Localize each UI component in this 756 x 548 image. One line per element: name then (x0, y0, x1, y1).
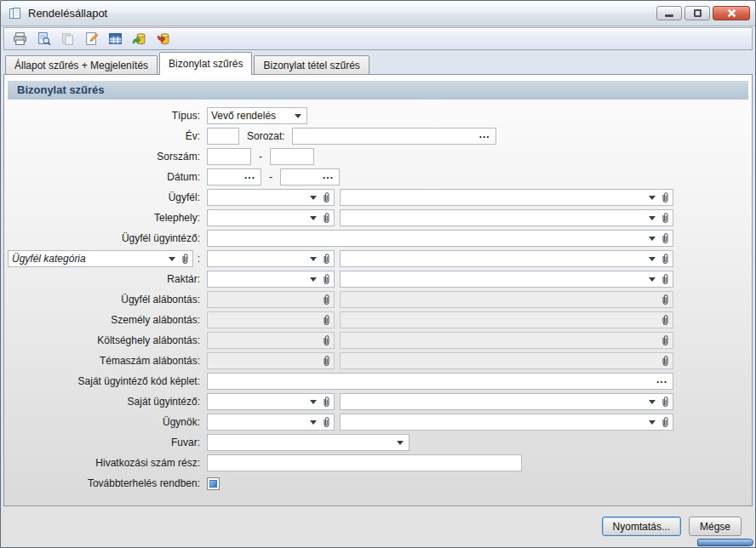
telephely-code-combobox[interactable] (207, 209, 335, 226)
edit-button[interactable] (83, 31, 100, 48)
sajat-ugyintezo-code-combobox[interactable] (207, 393, 335, 410)
chevron-down-icon[interactable] (310, 277, 317, 282)
print-button[interactable] (11, 31, 28, 48)
telephely-name-combobox[interactable] (340, 209, 673, 226)
paperclip-icon[interactable] (323, 213, 330, 224)
date-picker-icon[interactable]: ... (244, 169, 255, 181)
paperclip-icon[interactable] (662, 356, 669, 367)
tab-bizonylat-szures[interactable]: Bizonylat szűrés (159, 52, 252, 75)
tovabbterheles-checkbox[interactable] (207, 477, 220, 490)
chevron-down-icon[interactable] (310, 216, 317, 220)
sorszam-to-input[interactable] (270, 148, 314, 165)
ev-label: Év: (8, 130, 200, 142)
copy-button[interactable] (59, 31, 76, 48)
row-sajat-ugyintezo: Saját ügyintéző: (8, 393, 752, 410)
ugyfel-code-combobox[interactable] (207, 189, 335, 206)
database-refresh-button[interactable] (130, 31, 147, 48)
raktar-name-combobox[interactable] (340, 271, 673, 288)
paperclip-icon[interactable] (662, 294, 669, 305)
kategoria-selector-combobox[interactable]: Ügyfél kategória (8, 250, 193, 267)
kategoria-code-combobox[interactable] (207, 250, 335, 267)
chevron-down-icon[interactable] (310, 400, 317, 404)
fuvar-label: Fuvar: (8, 437, 200, 448)
table-icon (108, 31, 123, 46)
sajat-kod-keplet-input[interactable]: ... (207, 373, 673, 390)
paperclip-icon[interactable] (181, 254, 189, 265)
minimize-icon (665, 14, 673, 17)
maximize-button[interactable] (684, 6, 710, 20)
paperclip-icon[interactable] (662, 315, 669, 326)
titlebar[interactable]: Rendelésállapot (1, 1, 755, 26)
ugyfel-name-combobox[interactable] (340, 189, 673, 206)
hivatkozasi-input[interactable] (207, 454, 522, 471)
raktar-code-combobox[interactable] (207, 271, 335, 288)
ugyfel-label: Ügyfél: (8, 191, 200, 203)
tabstrip: Állapot szűrés + Megjelenítés Bizonylat … (3, 50, 753, 74)
raktar-label: Raktár: (8, 273, 200, 285)
sajat-ugyintezo-name-combobox[interactable] (340, 393, 673, 410)
paperclip-icon[interactable] (662, 417, 669, 428)
row-ugyfel-alabontas: Ügyfél alábontás: (8, 291, 752, 308)
chevron-down-icon[interactable] (649, 420, 656, 425)
paperclip-icon[interactable] (662, 397, 669, 408)
koltseghely-alabontas-label: Költséghely alábontás: (8, 334, 200, 346)
chevron-down-icon[interactable] (310, 420, 317, 425)
database-rollback-icon (156, 31, 170, 46)
paperclip-icon[interactable] (323, 254, 330, 265)
paperclip-icon[interactable] (323, 356, 330, 367)
chevron-down-icon[interactable] (649, 196, 656, 200)
kategoria-selector-value: Ügyfél kategória (12, 253, 86, 265)
paperclip-icon[interactable] (323, 417, 330, 428)
chevron-down-icon[interactable] (397, 441, 404, 445)
print-preview-button[interactable] (35, 31, 52, 48)
resize-grip[interactable] (697, 539, 753, 546)
chevron-down-icon[interactable] (310, 196, 317, 200)
database-rollback-button[interactable] (154, 31, 171, 48)
tab-bizonylat-tetel-szures[interactable]: Bizonylat tétel szűrés (254, 55, 369, 74)
paperclip-icon[interactable] (662, 213, 669, 224)
ev-input[interactable] (207, 128, 239, 145)
chevron-down-icon[interactable] (649, 400, 656, 404)
datum-to-input[interactable]: ... (280, 168, 340, 186)
browse-icon[interactable]: ... (479, 128, 490, 140)
ugyfel-ugyintezo-combobox[interactable] (207, 230, 673, 247)
sorozat-input[interactable]: ... (292, 128, 496, 145)
paperclip-icon[interactable] (323, 192, 330, 203)
tab-label: Állapot szűrés + Megjelenítés (14, 60, 148, 71)
paperclip-icon[interactable] (323, 315, 330, 326)
fuvar-combobox[interactable] (207, 434, 410, 451)
chevron-down-icon[interactable] (649, 237, 656, 241)
minimize-button[interactable] (656, 6, 682, 20)
date-picker-icon[interactable]: ... (323, 169, 334, 181)
tipus-combobox[interactable]: Vevő rendelés (207, 107, 307, 124)
paperclip-icon[interactable] (662, 274, 669, 285)
datum-from-input[interactable]: ... (207, 168, 261, 186)
ugynok-code-combobox[interactable] (207, 414, 335, 431)
paperclip-icon[interactable] (662, 335, 669, 346)
chevron-down-icon[interactable] (295, 114, 301, 118)
kategoria-name-combobox[interactable] (340, 250, 673, 267)
paperclip-icon[interactable] (662, 192, 669, 203)
sorszam-from-input[interactable] (207, 148, 251, 165)
chevron-down-icon[interactable] (649, 257, 656, 261)
paperclip-icon[interactable] (662, 254, 669, 265)
chevron-down-icon[interactable] (649, 277, 656, 282)
browse-icon[interactable]: ... (656, 374, 667, 385)
paperclip-icon[interactable] (323, 397, 330, 408)
close-button[interactable] (713, 6, 750, 20)
paperclip-icon[interactable] (662, 233, 669, 244)
paperclip-icon[interactable] (323, 274, 330, 285)
paperclip-icon[interactable] (323, 335, 330, 346)
ugynok-name-combobox[interactable] (340, 414, 673, 431)
szemely-alabontas-name-field (340, 311, 673, 328)
row-ugyfel-ugyintezo: Ügyfél ügyintéző: (8, 230, 752, 247)
ugyfel-alabontas-code-field (207, 291, 335, 308)
chevron-down-icon[interactable] (169, 257, 175, 261)
print-dialog-button[interactable]: Nyomtatás... (602, 517, 681, 536)
chevron-down-icon[interactable] (310, 257, 317, 261)
paperclip-icon[interactable] (323, 294, 330, 305)
table-button[interactable] (106, 31, 123, 48)
cancel-button[interactable]: Mégse (689, 517, 742, 536)
tab-allapot-szures[interactable]: Állapot szűrés + Megjelenítés (5, 55, 158, 74)
chevron-down-icon[interactable] (649, 216, 656, 220)
